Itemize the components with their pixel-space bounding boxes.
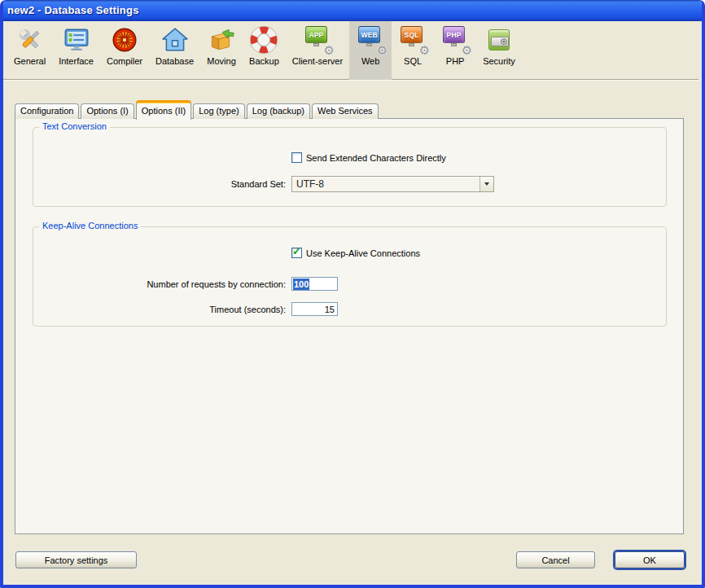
security-disc	[501, 38, 507, 45]
use-keep-alive-checkbox[interactable]: ✓	[291, 248, 302, 258]
toolbar-item-database[interactable]: Database	[149, 21, 200, 80]
monitor-stand	[366, 43, 372, 46]
lifebuoy-icon	[249, 25, 278, 55]
options-2-panel: Text Conversion ✓ Send Extended Characte…	[15, 118, 684, 534]
text-conversion-group-title: Text Conversion	[39, 121, 110, 131]
ok-label: OK	[643, 555, 656, 565]
tab-web-services[interactable]: Web Services	[312, 103, 379, 119]
wheel-icon	[110, 25, 139, 55]
web-monitor-gear-icon: WEB ⚙	[356, 25, 385, 55]
toolbar-item-moving[interactable]: Moving	[200, 21, 243, 80]
php-badge: PHP	[443, 26, 465, 43]
standard-set-dropdown[interactable]: UTF-8	[291, 176, 494, 192]
toolbar-item-compiler[interactable]: Compiler	[100, 21, 149, 80]
tab-options-1[interactable]: Options (I)	[81, 103, 134, 119]
tab-log-type[interactable]: Log (type)	[193, 103, 245, 119]
timeout-input[interactable]: 15	[291, 302, 338, 316]
tab-label: Log (backup)	[252, 106, 304, 116]
cancel-label: Cancel	[541, 555, 569, 565]
sql-badge: SQL	[401, 26, 423, 43]
toolbar-item-backup[interactable]: Backup	[243, 21, 286, 80]
gear-icon: ⚙	[419, 44, 430, 56]
use-keep-alive-label: Use Keep-Alive Connections	[306, 248, 420, 258]
factory-settings-button[interactable]: Factory settings	[15, 551, 137, 568]
toolbar-label-security: Security	[483, 56, 515, 66]
toolbar-item-php[interactable]: PHP ⚙ PHP	[434, 21, 476, 80]
text-conversion-group: Text Conversion ✓ Send Extended Characte…	[33, 127, 667, 207]
tab-options-2[interactable]: Options (II)	[136, 100, 191, 120]
gear-icon: ⚙	[323, 44, 334, 56]
security-card-icon	[484, 25, 514, 55]
toolbar-label-general: General	[14, 56, 46, 66]
standard-set-label: Standard Set:	[90, 179, 286, 189]
tab-label: Log (type)	[199, 106, 239, 116]
settings-tab-bar: Configuration Options (I) Options (II) L…	[15, 99, 380, 119]
toolbar-item-sql[interactable]: SQL ⚙ SQL	[392, 21, 434, 80]
toolbar-item-web[interactable]: WEB ⚙ Web	[349, 21, 392, 80]
toolbar-label-client-server: Client-server	[292, 56, 343, 66]
send-extended-label: Send Extended Characters Directly	[306, 153, 446, 163]
settings-toolbar: General Interface	[0, 21, 698, 80]
chevron-down-icon	[484, 182, 489, 186]
toolbar-label-web: Web	[361, 56, 379, 66]
tab-label: Configuration	[20, 106, 73, 116]
tab-label: Options (II)	[142, 106, 186, 116]
monitor-stand	[313, 43, 319, 46]
toolbar-label-sql: SQL	[404, 56, 422, 66]
toolbar-label-php: PHP	[446, 56, 465, 66]
toolbar-label-compiler: Compiler	[107, 56, 142, 66]
standard-set-row: Standard Set: UTF-8	[90, 176, 494, 192]
web-badge: WEB	[358, 26, 380, 43]
php-monitor-gear-icon: PHP ⚙	[440, 25, 470, 55]
keep-alive-group: Keep-Alive Connections ✓ Use Keep-Alive …	[33, 226, 667, 327]
requests-row: Number of requests by connection: 100	[90, 277, 338, 291]
ok-button[interactable]: OK	[615, 551, 685, 568]
tools-icon	[15, 25, 45, 55]
dialog-content: General Interface	[0, 21, 698, 585]
tab-log-backup[interactable]: Log (backup)	[247, 103, 310, 119]
send-extended-row: ✓ Send Extended Characters Directly	[291, 152, 446, 163]
tab-label: Web Services	[317, 106, 373, 116]
requests-input[interactable]: 100	[291, 277, 338, 291]
timeout-label: Timeout (seconds):	[90, 305, 286, 314]
toolbar-item-interface[interactable]: Interface	[52, 21, 100, 80]
toolbar-label-backup: Backup	[249, 56, 279, 66]
toolbar-item-client-server[interactable]: APP ⚙ Client-server	[286, 21, 349, 80]
send-extended-checkbox[interactable]: ✓	[291, 152, 302, 163]
toolbar-label-database: Database	[155, 56, 194, 66]
gear-icon: ⚙	[462, 44, 472, 56]
keep-alive-group-title: Keep-Alive Connections	[39, 221, 141, 230]
toolbar-label-moving: Moving	[207, 56, 235, 66]
cancel-button[interactable]: Cancel	[516, 551, 595, 568]
home-icon	[160, 25, 190, 55]
window-title: new2 - Database Settings	[7, 4, 139, 16]
security-tile	[488, 29, 510, 50]
app-monitor-gear-icon: APP ⚙	[303, 25, 332, 55]
monitor-stand	[409, 43, 414, 46]
security-card	[491, 37, 509, 46]
requests-label: Number of requests by connection:	[90, 279, 286, 289]
toolbar-item-security[interactable]: Security	[476, 21, 522, 80]
database-settings-dialog: new2 - Database Settings	[0, 0, 705, 588]
factory-settings-label: Factory settings	[45, 555, 108, 565]
requests-value: 100	[293, 279, 309, 290]
app-badge: APP	[305, 26, 327, 43]
toolbar-label-interface: Interface	[59, 56, 94, 66]
dropdown-button[interactable]	[479, 177, 493, 191]
tab-label: Options (I)	[86, 106, 128, 116]
box-arrow-icon	[207, 25, 236, 55]
timeout-value: 15	[325, 305, 335, 314]
gear-icon: ⚙	[377, 44, 388, 56]
monitor-interface-icon	[62, 25, 91, 55]
monitor-stand	[451, 43, 457, 46]
use-keep-alive-row: ✓ Use Keep-Alive Connections	[291, 248, 420, 258]
title-bar[interactable]: new2 - Database Settings	[0, 0, 705, 21]
timeout-row: Timeout (seconds): 15	[90, 302, 338, 316]
toolbar-item-general[interactable]: General	[7, 21, 52, 80]
standard-set-value: UTF-8	[292, 178, 479, 190]
tab-configuration[interactable]: Configuration	[15, 103, 79, 119]
sql-monitor-gear-icon: SQL ⚙	[398, 25, 427, 55]
